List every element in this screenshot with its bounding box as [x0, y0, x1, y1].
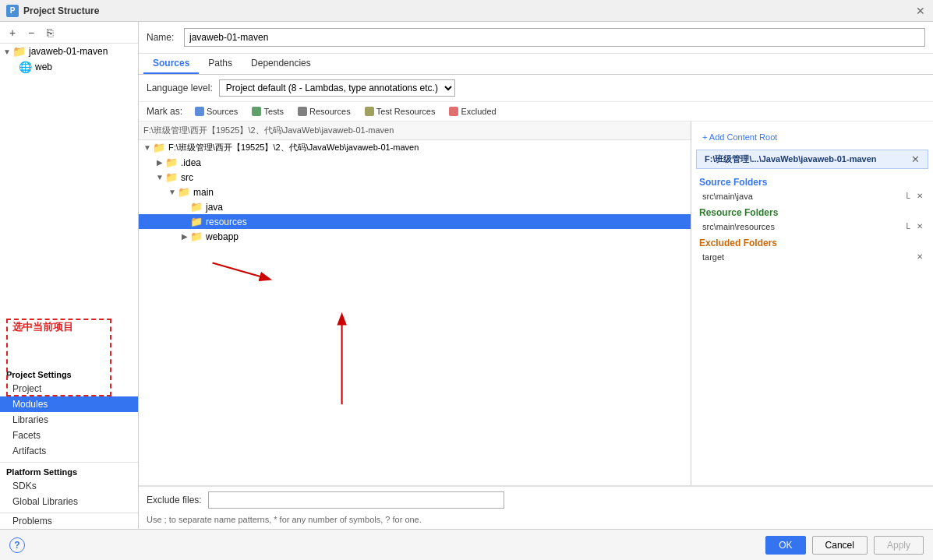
- platform-settings-header: Platform Settings: [0, 463, 138, 478]
- project-tree: ▼ 📁 javaweb-01-maven 🌐 web: [0, 44, 138, 287]
- path-close-button[interactable]: ✕: [911, 153, 920, 165]
- tab-paths[interactable]: Paths: [199, 54, 242, 74]
- idea-folder-icon: 📁: [165, 157, 178, 168]
- language-level-label: Language level:: [147, 83, 213, 93]
- root-path-text: F:\班级管理\西开【19525】\2、代码\JavaWeb\javaweb-0…: [143, 125, 394, 135]
- excluded-folder-remove-button[interactable]: ✕: [914, 252, 925, 262]
- project-settings-section: Project Settings Project Modules Librari…: [0, 365, 138, 459]
- main-folder-icon: 📁: [178, 186, 190, 198]
- web-icon: 🌐: [19, 61, 32, 73]
- src-label: src: [181, 172, 193, 183]
- add-content-root-button[interactable]: + Add Content Root: [699, 131, 780, 143]
- java-expander: [179, 203, 190, 211]
- project-settings-header: Project Settings: [0, 365, 138, 381]
- mark-resources-button[interactable]: Resources: [293, 105, 355, 118]
- webapp-label: webapp: [206, 231, 239, 242]
- webapp-expander: ▶: [179, 232, 190, 241]
- project-icon: 📁: [12, 45, 26, 58]
- mark-sources-button[interactable]: Sources: [190, 105, 242, 118]
- main-container: + − ⎘ ▼ 📁 javaweb-01-maven 🌐 web 选中当前项目 …: [0, 22, 933, 529]
- tab-sources[interactable]: Sources: [143, 54, 199, 74]
- exclude-files-input[interactable]: [208, 491, 504, 509]
- mark-resources-label: Resources: [309, 107, 351, 116]
- tree-node-resources[interactable]: 📁 resources: [139, 214, 691, 229]
- add-module-button[interactable]: +: [5, 25, 20, 41]
- name-input[interactable]: [184, 28, 925, 47]
- bottom-bar: ? OK Cancel Apply: [0, 529, 933, 560]
- mark-as-label: Mark as:: [147, 106, 182, 117]
- ok-button[interactable]: OK: [765, 536, 805, 555]
- platform-settings-section: Platform Settings SDKs Global Libraries: [0, 462, 138, 509]
- apply-button[interactable]: Apply: [874, 536, 924, 555]
- sidebar-item-libraries[interactable]: Libraries: [0, 412, 138, 428]
- test-resources-dot: [365, 107, 374, 116]
- tree-node-src[interactable]: ▼ 📁 src: [139, 170, 691, 185]
- idea-label: .idea: [181, 157, 201, 168]
- help-button[interactable]: ?: [9, 537, 25, 553]
- java-folder-icon: 📁: [190, 201, 203, 213]
- remove-module-button[interactable]: −: [23, 25, 39, 41]
- cancel-button[interactable]: Cancel: [812, 536, 868, 555]
- tree-item-web[interactable]: 🌐 web: [0, 59, 138, 75]
- sidebar-item-sdks[interactable]: SDKs: [0, 478, 138, 494]
- root-path-header: F:\班级管理\西开【19525】\2、代码\JavaWeb\javaweb-0…: [139, 122, 691, 140]
- excluded-dot: [449, 107, 458, 116]
- sidebar-item-problems[interactable]: Problems: [0, 513, 138, 529]
- resource-folder-edit-button[interactable]: L: [903, 221, 913, 231]
- tree-node-root[interactable]: ▼ 📁 F:\班级管理\西开【19525】\2、代码\JavaWeb\javaw…: [139, 140, 691, 155]
- name-row: Name:: [139, 22, 933, 54]
- exclude-files-label: Exclude files:: [147, 495, 202, 505]
- split-content: F:\班级管理\西开【19525】\2、代码\JavaWeb\javaweb-0…: [139, 122, 933, 485]
- mark-tests-label: Tests: [263, 107, 284, 116]
- mark-sources-label: Sources: [207, 107, 238, 116]
- sidebar-item-facets[interactable]: Facets: [0, 428, 138, 443]
- copy-module-button[interactable]: ⎘: [42, 25, 58, 41]
- resource-folder-remove-button[interactable]: ✕: [914, 221, 925, 231]
- tabs-row: Sources Paths Dependencies: [139, 54, 933, 75]
- source-folder-remove-button[interactable]: ✕: [914, 191, 925, 201]
- main-label: main: [193, 187, 214, 198]
- sidebar-item-project[interactable]: Project: [0, 381, 138, 396]
- source-folders-title: Source Folders: [691, 172, 933, 189]
- tree-node-java[interactable]: 📁 java: [139, 199, 691, 214]
- exclude-files-row: Exclude files:: [139, 486, 933, 513]
- name-label: Name:: [147, 32, 178, 43]
- app-icon: P: [6, 5, 19, 17]
- excluded-folder-entry: target ✕: [691, 250, 933, 263]
- mark-test-resources-button[interactable]: Test Resources: [360, 105, 440, 118]
- source-folder-edit-button[interactable]: L: [903, 191, 913, 201]
- mark-as-row: Mark as: Sources Tests Resources Test Re…: [139, 102, 933, 122]
- info-panel: + Add Content Root F:\班级管理\...\JavaWeb\j…: [691, 122, 933, 485]
- tree-node-webapp[interactable]: ▶ 📁 webapp: [139, 229, 691, 244]
- tab-dependencies[interactable]: Dependencies: [242, 54, 320, 74]
- mark-excluded-button[interactable]: Excluded: [444, 105, 500, 118]
- sidebar-item-modules[interactable]: Modules: [0, 396, 138, 412]
- source-folder-path: src\main\java: [702, 192, 903, 201]
- sidebar-item-artifacts[interactable]: Artifacts: [0, 443, 138, 459]
- language-level-select[interactable]: Project default (8 - Lambdas, type annot…: [219, 79, 455, 97]
- problems-section: Problems: [0, 512, 138, 529]
- mark-excluded-label: Excluded: [461, 107, 496, 116]
- idea-expander: ▶: [154, 158, 165, 167]
- main-expander: ▼: [167, 188, 178, 196]
- tree-node-idea[interactable]: ▶ 📁 .idea: [139, 155, 691, 170]
- tree-panel: F:\班级管理\西开【19525】\2、代码\JavaWeb\javaweb-0…: [139, 122, 691, 485]
- action-buttons: OK Cancel Apply: [765, 536, 924, 555]
- window-title: Project Structure: [23, 5, 914, 16]
- mark-tests-button[interactable]: Tests: [247, 105, 288, 118]
- source-folder-actions: L ✕: [903, 191, 925, 201]
- expand-arrow: ▼: [3, 48, 12, 56]
- root-expander: ▼: [142, 143, 153, 152]
- resource-folder-path: src\main\resources: [702, 222, 903, 231]
- resources-label: resources: [206, 217, 247, 227]
- resources-dot: [298, 107, 307, 116]
- close-button[interactable]: ✕: [914, 5, 927, 17]
- src-expander: ▼: [154, 173, 165, 181]
- tree-item-project[interactable]: ▼ 📁 javaweb-01-maven: [0, 44, 138, 59]
- source-folder-entry: src\main\java L ✕: [691, 189, 933, 203]
- tree-node-main[interactable]: ▼ 📁 main: [139, 185, 691, 199]
- project-name: javaweb-01-maven: [29, 46, 108, 57]
- title-bar: P Project Structure ✕: [0, 0, 933, 22]
- sidebar: + − ⎘ ▼ 📁 javaweb-01-maven 🌐 web 选中当前项目 …: [0, 22, 139, 529]
- sidebar-item-global-libraries[interactable]: Global Libraries: [0, 494, 138, 509]
